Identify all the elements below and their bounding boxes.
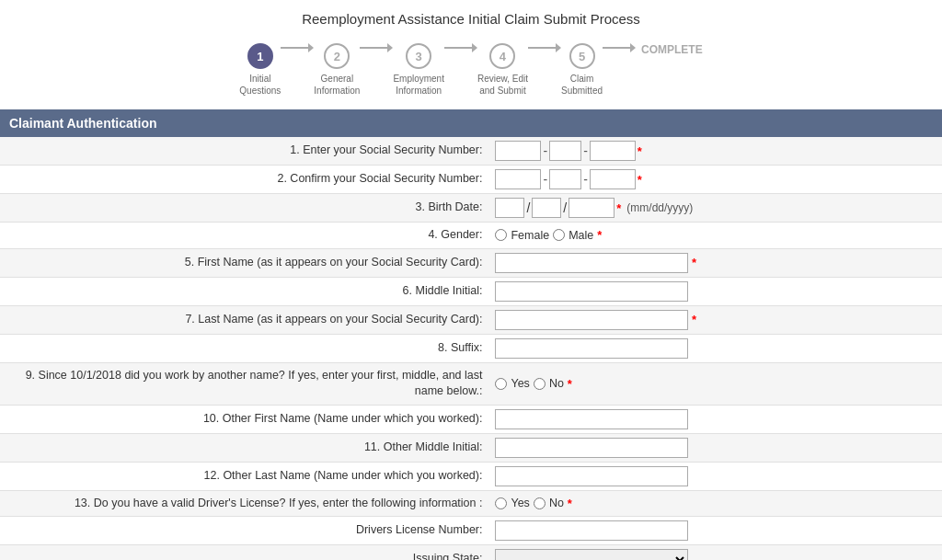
ssn-required: * [638,144,642,158]
ssn-label: 1. Enter your Social Security Number: [0,137,489,166]
dl-yes-label: Yes [511,497,529,509]
other-first-input-cell [489,405,942,433]
step-2-label: GeneralInformation [314,73,360,97]
connector-2 [360,43,393,73]
last-name-input-cell: * [489,305,942,334]
connector-1 [281,43,314,73]
other-name-no-radio[interactable] [534,378,546,390]
dl-number-input-cell [489,517,942,545]
ssn-part3[interactable] [590,141,636,161]
connector-3 [444,43,477,73]
dl-number-input[interactable] [495,520,688,541]
dob-year[interactable] [569,198,615,218]
dl-number-label: Drivers License Number: [0,517,489,545]
other-name-label: 9. Since 10/1/2018 did you work by anoth… [0,362,489,405]
ssn-confirm-part1[interactable] [495,169,541,189]
issuing-state-select[interactable]: AL AK FL [495,549,688,560]
dl-number-row: Drivers License Number: [0,517,942,545]
suffix-row: 8. Suffix: [0,334,942,362]
ssn-confirm-part2[interactable] [549,169,581,189]
dob-hint: (mm/dd/yyyy) [626,201,693,214]
step-5-circle: 5 [569,43,595,69]
dob-input-cell: / / * (mm/dd/yyyy) [489,194,942,223]
gender-female-label: Female [511,229,549,242]
ssn-row: 1. Enter your Social Security Number: - … [0,137,942,166]
step-4-circle: 4 [489,43,515,69]
other-name-input-cell: Yes No * [489,362,942,405]
step-4-label: Review, Editand Submit [477,73,528,97]
step-2: 2 GeneralInformation [314,43,360,97]
step-1: 1 InitialQuestions [239,43,281,97]
ssn-part1[interactable] [495,141,541,161]
other-last-input[interactable] [495,466,688,486]
step-3-label: EmploymentInformation [393,73,444,97]
ssn-sep2: - [583,143,588,158]
ssn-confirm-part3[interactable] [590,169,636,189]
dob-sep1: / [526,200,530,215]
other-middle-input[interactable] [495,438,688,458]
connector-5 [603,43,636,73]
step-5-label: ClaimSubmitted [561,73,603,97]
ssn-confirm-sep1: - [543,172,547,187]
dob-month[interactable] [495,198,524,218]
middle-initial-label: 6. Middle Initial: [0,277,489,305]
gender-required: * [597,228,602,242]
dob-required: * [616,201,621,215]
last-name-required: * [692,313,696,326]
other-name-no-label: No [549,377,564,390]
suffix-input-cell [489,334,942,362]
last-name-label: 7. Last Name (as it appears on your Soci… [0,305,489,334]
ssn-confirm-required: * [638,173,642,187]
step-3: 3 EmploymentInformation [393,43,444,97]
middle-initial-row: 6. Middle Initial: [0,277,942,305]
other-middle-label: 11. Other Middle Initial: [0,433,489,462]
drivers-license-row: 13. Do you have a valid Driver's License… [0,490,942,517]
gender-input-cell: Female Male * [489,223,942,249]
other-first-input[interactable] [495,409,688,429]
first-name-row: 5. First Name (as it appears on your Soc… [0,248,942,277]
dob-day[interactable] [532,198,561,218]
issuing-state-row: Issuing State: AL AK FL [0,545,942,561]
step-5: 5 ClaimSubmitted [561,43,603,97]
last-name-input[interactable] [495,310,688,330]
ssn-part2[interactable] [549,141,581,161]
other-middle-row: 11. Other Middle Initial: [0,433,942,462]
line-1 [281,47,308,49]
line-3 [444,47,472,49]
ssn-confirm-input-cell: - - * [489,166,942,194]
progress-bar: 1 InitialQuestions 2 GeneralInformation … [0,36,942,109]
first-name-required: * [692,256,696,269]
form-table: 1. Enter your Social Security Number: - … [0,137,942,560]
dl-required: * [568,497,572,510]
suffix-input[interactable] [495,338,688,359]
other-middle-input-cell [489,433,942,462]
ssn-confirm-row: 2. Confirm your Social Security Number: … [0,166,942,194]
gender-label: 4. Gender: [0,223,489,249]
first-name-input[interactable] [495,253,688,273]
gender-male-radio[interactable] [553,229,565,241]
gender-female-radio[interactable] [495,229,507,241]
line-4 [528,47,556,49]
step-3-circle: 3 [406,43,431,69]
step-4: 4 Review, Editand Submit [477,43,528,97]
dl-yes-radio[interactable] [495,497,507,509]
ssn-confirm-label: 2. Confirm your Social Security Number: [0,166,489,194]
step-1-label: InitialQuestions [239,73,281,97]
page-title: Reemployment Assistance Initial Claim Su… [0,0,942,36]
section-header: Claimant Authentication [0,109,942,137]
gender-male-label: Male [569,229,593,242]
step-1-circle: 1 [247,43,273,69]
issuing-state-label: Issuing State: [0,545,489,561]
dob-sep2: / [563,200,567,215]
line-2 [360,47,387,49]
other-name-required: * [568,377,572,391]
dl-no-label: No [549,497,564,509]
dob-row: 3. Birth Date: / / * (mm/dd/yyyy) [0,194,942,223]
suffix-label: 8. Suffix: [0,334,489,362]
other-name-yes-radio[interactable] [495,378,507,390]
dl-no-radio[interactable] [534,497,546,509]
middle-initial-input[interactable] [495,281,688,302]
dob-label: 3. Birth Date: [0,194,489,223]
other-last-input-cell [489,462,942,490]
ssn-confirm-sep2: - [583,172,588,187]
